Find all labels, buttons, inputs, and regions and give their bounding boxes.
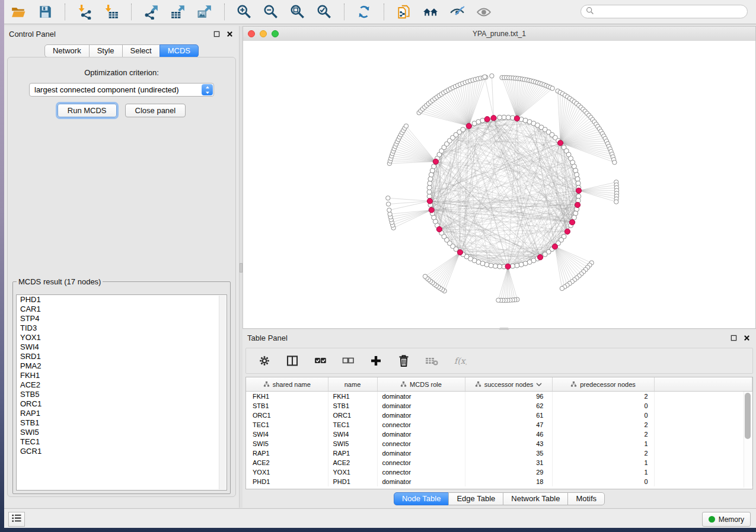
mcds-node-item[interactable]: SWI4	[17, 342, 227, 352]
table-row[interactable]: TEC1TEC1connector472	[246, 420, 752, 430]
mcds-node-item[interactable]: SRD1	[17, 352, 227, 361]
float-panel-icon[interactable]	[212, 29, 221, 39]
memory-button[interactable]: Memory	[702, 512, 751, 527]
optimization-criterion-value: largest connected component (undirected)	[30, 85, 202, 94]
network-canvas[interactable]	[243, 41, 755, 328]
table-row[interactable]: FKH1FKH1dominator962	[246, 392, 752, 402]
export-image-icon[interactable]	[196, 4, 213, 20]
memory-label: Memory	[719, 515, 744, 524]
table-scrollbar[interactable]	[744, 392, 751, 488]
table-tab-network-table[interactable]: Network Table	[503, 492, 568, 505]
first-neighbors-icon[interactable]	[422, 4, 439, 20]
export-network-icon[interactable]	[143, 4, 160, 20]
tab-network[interactable]: Network	[44, 44, 90, 57]
zoom-selected-icon[interactable]	[316, 4, 333, 20]
cell: 2	[552, 392, 654, 402]
search-box[interactable]	[580, 5, 748, 18]
mcds-node-item[interactable]: STB1	[17, 418, 227, 428]
zoom-out-icon[interactable]	[263, 4, 279, 20]
column-header-mcds-role[interactable]: MCDS role	[377, 377, 465, 392]
mcds-node-item[interactable]: GCR1	[17, 447, 227, 456]
table-row[interactable]: STB1STB1dominator620	[246, 401, 752, 411]
table-row[interactable]: SWI5SWI5connector431	[246, 439, 752, 448]
table-scrollbar-thumb[interactable]	[745, 393, 751, 439]
table-row[interactable]: YOX1YOX1connector291	[246, 467, 752, 477]
cell: STB1	[246, 401, 328, 411]
column-header-successor-nodes[interactable]: successor nodes	[465, 377, 552, 392]
tab-select[interactable]: Select	[122, 44, 160, 57]
mcds-node-item[interactable]: RAP1	[17, 409, 227, 418]
tab-style[interactable]: Style	[89, 44, 123, 57]
show-all-columns-icon[interactable]	[312, 353, 328, 368]
mcds-node-item[interactable]: FKH1	[17, 371, 227, 380]
open-file-icon[interactable]	[10, 4, 27, 20]
cell: SWI4	[246, 430, 328, 439]
svg-text:f(x): f(x)	[454, 356, 467, 366]
cell: dominator	[377, 430, 465, 439]
cell: 0	[552, 477, 654, 486]
mcds-node-item[interactable]: PHD1	[17, 295, 227, 305]
float-table-panel-icon[interactable]	[729, 333, 738, 342]
network-graph[interactable]	[243, 41, 755, 328]
close-panel-button[interactable]: Close panel	[125, 104, 186, 117]
mcds-node-item[interactable]: PMA2	[17, 361, 227, 371]
mcds-node-item[interactable]: TID3	[17, 323, 227, 333]
toggle-panel-layout-icon[interactable]	[285, 353, 300, 368]
mcds-node-item[interactable]: STB5	[17, 390, 227, 399]
cell: 62	[465, 401, 552, 411]
table-row[interactable]: ACE2ACE2connector311	[246, 458, 752, 467]
show-all-icon[interactable]	[476, 4, 492, 20]
cell	[654, 467, 752, 477]
cell: TEC1	[328, 420, 377, 430]
task-history-button[interactable]	[8, 512, 25, 527]
tab-mcds[interactable]: MCDS	[160, 44, 199, 57]
save-session-icon[interactable]	[37, 4, 53, 20]
import-network-icon[interactable]	[76, 4, 93, 20]
column-header-predecessor-nodes[interactable]: predecessor nodes	[552, 377, 654, 392]
zoom-fit-icon[interactable]	[289, 4, 306, 20]
control-panel-titlebar: Control Panel	[4, 26, 239, 41]
close-table-panel-icon[interactable]	[742, 333, 751, 342]
create-column-icon[interactable]	[368, 353, 384, 368]
table-row[interactable]: ORC1ORC1dominator610	[246, 411, 752, 420]
node-table: shared namenameMCDS rolesuccessor nodesp…	[245, 377, 753, 489]
export-table-icon[interactable]	[170, 4, 186, 20]
mcds-node-item[interactable]: CAR1	[17, 305, 227, 314]
cell: 46	[465, 430, 552, 439]
mcds-node-item[interactable]: TEC1	[17, 437, 227, 447]
delete-column-icon[interactable]	[396, 353, 412, 368]
table-tab-edge-table[interactable]: Edge Table	[448, 492, 503, 505]
import-table-icon[interactable]	[103, 4, 120, 20]
mcds-node-item[interactable]: STP4	[17, 314, 227, 323]
mcds-node-item[interactable]: ORC1	[17, 399, 227, 409]
hide-all-columns-icon[interactable]	[340, 353, 356, 368]
mcds-node-item[interactable]: ACE2	[17, 380, 227, 390]
column-header-name[interactable]: name	[328, 377, 377, 392]
mcds-node-item[interactable]: SWI5	[17, 428, 227, 437]
apply-layout-icon[interactable]	[356, 4, 372, 20]
cell: connector	[377, 439, 465, 448]
cell: 0	[552, 401, 654, 411]
search-input[interactable]	[597, 6, 747, 18]
mcds-node-item[interactable]: YOX1	[17, 333, 227, 342]
mcds-result-list[interactable]: PHD1CAR1STP4TID3YOX1SWI4SRD1PMA2FKH1ACE2…	[16, 294, 227, 491]
table-tab-motifs[interactable]: Motifs	[567, 492, 605, 505]
mcds-list-scrollbar[interactable]	[219, 296, 226, 489]
new-network-from-selection-icon[interactable]	[395, 4, 412, 20]
hide-selected-icon[interactable]	[449, 4, 465, 20]
cell	[654, 401, 752, 411]
cell: YOX1	[246, 467, 328, 477]
table-row[interactable]: SWI4SWI4dominator462	[246, 430, 752, 439]
network-window-titlebar[interactable]: YPA_prune.txt_1	[243, 27, 755, 41]
zoom-in-icon[interactable]	[236, 4, 253, 20]
table-row[interactable]: RAP1RAP1dominator352	[246, 448, 752, 458]
table-row[interactable]: PHD1PHD1dominator180	[246, 477, 752, 486]
run-mcds-button[interactable]: Run MCDS	[58, 104, 117, 117]
close-panel-icon[interactable]	[225, 29, 234, 39]
function-builder-icon: f(x)	[452, 353, 467, 368]
optimization-criterion-select[interactable]: largest connected component (undirected)	[29, 83, 214, 97]
column-settings-icon[interactable]	[257, 353, 272, 368]
table-tab-node-table[interactable]: Node Table	[394, 492, 449, 505]
cell: 1	[552, 439, 654, 448]
column-header-shared-name[interactable]: shared name	[246, 377, 328, 392]
